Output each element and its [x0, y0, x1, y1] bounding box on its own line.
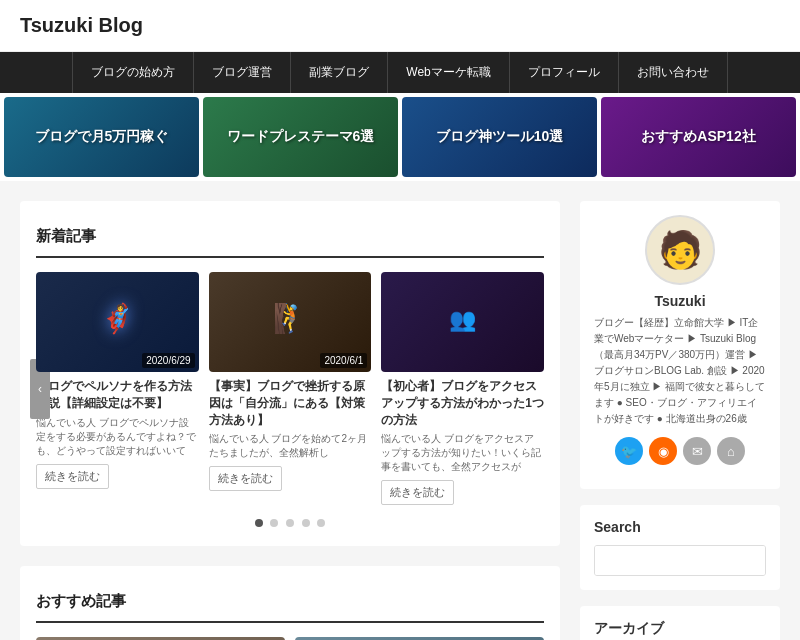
social-icons: 🐦 ◉ ✉ ⌂ — [594, 437, 766, 465]
post-card-1[interactable]: 🦸 2020/6/29 ブログでペルソナを作る方法解説【詳細設定は不要】 悩んで… — [36, 272, 199, 505]
read-more-2[interactable]: 続きを読む — [209, 466, 282, 491]
posts-grid-wrapper: ‹ 🦸 2020/6/29 ブログでペルソナを作る方法解説【詳細設定は不要】 悩… — [36, 272, 544, 505]
dot-4[interactable] — [302, 519, 310, 527]
post-excerpt-1: 悩んでいる人 ブログでペルソナ設定をする必要があるんですよね？でも、どうやって設… — [36, 416, 199, 458]
sidebar: 🧑 Tsuzuki ブログー【経歴】立命館大学 ▶ IT企業でWebマーケター … — [580, 201, 780, 640]
archive-title: アーカイブ — [594, 620, 766, 638]
main-layout: 新着記事 ‹ 🦸 2020/6/29 ブログでペルソナを作る方法解説【詳細設定は… — [0, 181, 800, 640]
author-name: Tsuzuki — [594, 293, 766, 309]
read-more-3[interactable]: 続きを読む — [381, 480, 454, 505]
site-header: Tsuzuki Blog — [0, 0, 800, 52]
search-box — [594, 545, 766, 576]
nav-item-6[interactable]: お問い合わせ — [619, 52, 728, 93]
post-excerpt-3: 悩んでいる人 ブログをアクセスアップする方法が知りたい！いくら記事を書いても、全… — [381, 432, 544, 474]
avatar: 🧑 — [645, 215, 715, 285]
dot-1[interactable] — [255, 519, 263, 527]
posts-grid: 🦸 2020/6/29 ブログでペルソナを作る方法解説【詳細設定は不要】 悩んで… — [36, 272, 544, 505]
search-input[interactable] — [595, 546, 761, 575]
twitter-icon[interactable]: 🐦 — [615, 437, 643, 465]
recommended-section: おすすめ記事 ブログ初心者 【初心者】ブログの始め方を分かりやすく解説【失敗しな… — [20, 566, 560, 640]
search-title: Search — [594, 519, 766, 535]
archive-widget: アーカイブ 月を選択 — [580, 606, 780, 640]
nav-item-1[interactable]: ブログの始め方 — [72, 52, 194, 93]
read-more-1[interactable]: 続きを読む — [36, 464, 109, 489]
post-figure-3: 👥 — [449, 307, 476, 333]
post-figure-2: 🧗 — [273, 302, 308, 335]
avatar-icon: 🧑 — [658, 229, 703, 271]
nav-item-4[interactable]: Webマーケ転職 — [388, 52, 509, 93]
search-button[interactable] — [761, 546, 766, 575]
search-widget: Search — [580, 505, 780, 590]
recommended-title: おすすめ記事 — [36, 582, 544, 623]
dot-2[interactable] — [270, 519, 278, 527]
pagination-dots — [36, 515, 544, 530]
dot-3[interactable] — [286, 519, 294, 527]
new-posts-section: 新着記事 ‹ 🦸 2020/6/29 ブログでペルソナを作る方法解説【詳細設定は… — [20, 201, 560, 546]
post-date-2: 2020/6/1 — [320, 353, 367, 368]
post-thumb-1: 🦸 2020/6/29 — [36, 272, 199, 372]
post-title-1: ブログでペルソナを作る方法解説【詳細設定は不要】 — [36, 378, 199, 412]
new-posts-title: 新着記事 — [36, 217, 544, 258]
avatar-area: 🧑 Tsuzuki ブログー【経歴】立命館大学 ▶ IT企業でWebマーケター … — [594, 215, 766, 465]
post-thumb-2: 🧗 2020/6/1 — [209, 272, 372, 372]
main-nav: ブログの始め方 ブログ運営 副業ブログ Webマーケ転職 プロフィール お問い合… — [0, 52, 800, 93]
rss-icon[interactable]: ◉ — [649, 437, 677, 465]
post-figure-1: 🦸 — [100, 302, 135, 335]
author-bio: ブログー【経歴】立命館大学 ▶ IT企業でWebマーケター ▶ Tsuzuki … — [594, 315, 766, 427]
hero-banner-4[interactable]: おすすめASP12社 — [601, 97, 796, 177]
nav-item-3[interactable]: 副業ブログ — [291, 52, 388, 93]
site-title: Tsuzuki Blog — [20, 14, 143, 36]
home-icon[interactable]: ⌂ — [717, 437, 745, 465]
author-widget: 🧑 Tsuzuki ブログー【経歴】立命館大学 ▶ IT企業でWebマーケター … — [580, 201, 780, 489]
post-title-2: 【事実】ブログで挫折する原因は「自分流」にある【対策方法あり】 — [209, 378, 372, 428]
hero-banners: ブログで月5万円稼ぐ ワードプレステーマ6選 ブログ神ツール10選 おすすめAS… — [0, 93, 800, 181]
post-title-3: 【初心者】ブログをアクセスアップする方法がわかった1つの方法 — [381, 378, 544, 428]
post-date-1: 2020/6/29 — [142, 353, 195, 368]
nav-item-5[interactable]: プロフィール — [510, 52, 619, 93]
post-card-3[interactable]: 👥 【初心者】ブログをアクセスアップする方法がわかった1つの方法 悩んでいる人 … — [381, 272, 544, 505]
post-thumb-3: 👥 — [381, 272, 544, 372]
post-excerpt-2: 悩んでいる人 ブログを始めて2ヶ月たちましたが、全然解析し — [209, 432, 372, 460]
hero-banner-2[interactable]: ワードプレステーマ6選 — [203, 97, 398, 177]
hero-banner-3[interactable]: ブログ神ツール10選 — [402, 97, 597, 177]
post-card-2[interactable]: 🧗 2020/6/1 【事実】ブログで挫折する原因は「自分流」にある【対策方法あ… — [209, 272, 372, 505]
email-icon[interactable]: ✉ — [683, 437, 711, 465]
hero-banner-1[interactable]: ブログで月5万円稼ぐ — [4, 97, 199, 177]
main-content: 新着記事 ‹ 🦸 2020/6/29 ブログでペルソナを作る方法解説【詳細設定は… — [20, 201, 560, 640]
dot-5[interactable] — [317, 519, 325, 527]
nav-item-2[interactable]: ブログ運営 — [194, 52, 291, 93]
